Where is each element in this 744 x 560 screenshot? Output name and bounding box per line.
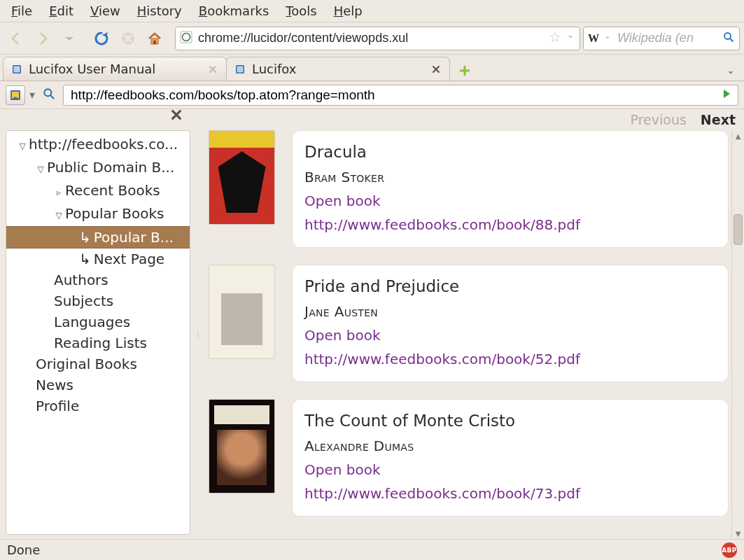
book-row: Pride and PrejudiceJane AustenOpen bookh… [209, 265, 729, 382]
open-book-link[interactable]: Open book [304, 189, 716, 213]
book-author: Alexandre Dumas [304, 434, 716, 458]
bookshelf-button[interactable] [6, 85, 25, 105]
opds-toolbar: ▾ [0, 81, 744, 109]
tab-label: Lucifox User Manual [29, 62, 155, 76]
catalog-tree: ▽http://feedbooks.co... ▽Public Domain B… [6, 130, 190, 535]
book-author: Bram Stoker [304, 165, 716, 189]
tree-profile[interactable]: Profile [6, 396, 190, 416]
search-catalog-icon[interactable] [39, 87, 59, 104]
search-engine-dropdown-icon[interactable] [603, 31, 612, 45]
tab-lucifox-manual[interactable]: Lucifox User Manual [3, 57, 227, 80]
search-bar[interactable]: W [583, 27, 740, 50]
bookshelf-dropdown-icon[interactable]: ▾ [29, 88, 35, 102]
tree-subjects[interactable]: Subjects [6, 290, 190, 312]
status-bar: Done ABP [0, 539, 744, 560]
book-cover[interactable] [209, 399, 275, 493]
book-row: The Count of Monte CristoAlexandre Dumas… [209, 399, 729, 517]
book-cover[interactable] [209, 130, 275, 225]
search-input[interactable] [616, 30, 718, 46]
tab-lucifox[interactable]: Lucifox [226, 57, 450, 80]
results-pane: DraculaBram StokerOpen bookhttp://www.fe… [200, 130, 744, 539]
adblock-icon[interactable]: ABP [722, 542, 737, 558]
book-url-link[interactable]: http://www.feedbooks.com/book/73.pdf [304, 482, 716, 505]
menu-help[interactable]: Help [327, 2, 370, 20]
close-tab-icon[interactable] [430, 63, 442, 76]
menu-history[interactable]: History [130, 2, 189, 20]
url-input[interactable] [197, 30, 545, 46]
stop-button[interactable] [116, 27, 140, 50]
feed-url-bar[interactable] [63, 85, 738, 106]
open-book-link[interactable]: Open book [304, 458, 716, 482]
book-author: Jane Austen [304, 300, 716, 323]
book-title: The Count of Monte Cristo [304, 409, 716, 433]
go-icon[interactable] [721, 88, 732, 102]
feed-url-input[interactable] [69, 87, 717, 104]
svg-rect-9 [237, 66, 244, 72]
splitter[interactable] [195, 130, 200, 539]
tree-news[interactable]: News [6, 374, 190, 396]
tree-root[interactable]: ▽http://feedbooks.co... [6, 134, 190, 157]
tree-recent-books[interactable]: ▹Recent Books [6, 180, 190, 203]
tree-public-domain[interactable]: ▽Public Domain B... [6, 157, 190, 180]
bookmark-star-icon[interactable] [549, 31, 561, 46]
pager-previous: Previous [631, 112, 687, 127]
close-tab-icon[interactable] [206, 63, 219, 76]
menu-edit[interactable]: Edit [42, 2, 80, 20]
scrollbar[interactable]: ▲ ▼ [731, 130, 744, 539]
tree-languages[interactable]: Languages [6, 312, 190, 332]
url-bar[interactable] [175, 27, 580, 50]
menu-file[interactable]: File [4, 2, 39, 20]
book-card: The Count of Monte CristoAlexandre Dumas… [292, 399, 729, 517]
tab-label: Lucifox [252, 62, 296, 76]
home-button[interactable] [143, 27, 167, 50]
book-row: DraculaBram StokerOpen bookhttp://www.fe… [209, 130, 729, 248]
tree-original-books[interactable]: Original Books [6, 354, 190, 374]
url-dropdown-icon[interactable] [566, 31, 575, 45]
search-engine-icon[interactable]: W [588, 32, 599, 45]
search-go-icon[interactable] [722, 31, 735, 46]
book-card: DraculaBram StokerOpen bookhttp://www.fe… [292, 130, 729, 248]
menu-tools[interactable]: Tools [279, 2, 323, 20]
menubar: File Edit View History Bookmarks Tools H… [0, 0, 744, 22]
status-text: Done [7, 542, 40, 557]
svg-rect-2 [154, 41, 156, 44]
pager: Previous Next [631, 112, 736, 127]
scroll-thumb[interactable] [734, 214, 743, 245]
scroll-up-icon[interactable]: ▲ [732, 130, 744, 141]
back-button[interactable] [4, 27, 28, 50]
book-title: Pride and Prejudice [304, 274, 716, 298]
reload-button[interactable] [90, 27, 113, 50]
close-sidebar-icon[interactable] [171, 109, 182, 123]
recent-pages-dropdown[interactable] [57, 27, 81, 50]
tree-authors[interactable]: Authors [6, 270, 190, 290]
svg-rect-7 [14, 66, 20, 72]
book-cover[interactable] [209, 265, 275, 359]
scroll-down-icon[interactable]: ▼ [732, 528, 744, 539]
book-title: Dracula [304, 140, 716, 164]
book-card: Pride and PrejudiceJane AustenOpen bookh… [292, 265, 729, 382]
tree-reading-lists[interactable]: Reading Lists [6, 332, 190, 354]
svg-rect-11 [460, 70, 470, 72]
tabs-overflow-dropdown[interactable] [720, 67, 741, 80]
site-identity-icon[interactable] [180, 31, 192, 46]
book-icon [10, 63, 23, 76]
navigation-toolbar: W [0, 22, 744, 55]
book-url-link[interactable]: http://www.feedbooks.com/book/88.pdf [304, 213, 716, 237]
book-icon [234, 63, 246, 76]
tab-strip: Lucifox User Manual Lucifox [0, 55, 744, 81]
tree-popular-books-page[interactable]: ↳Popular B... [6, 226, 190, 248]
book-url-link[interactable]: http://www.feedbooks.com/book/52.pdf [304, 347, 716, 371]
tree-popular-books[interactable]: ▽Popular Books [6, 203, 190, 226]
menu-view[interactable]: View [83, 2, 127, 20]
new-tab-button[interactable] [455, 61, 475, 80]
forward-button[interactable] [31, 27, 55, 50]
menu-bookmarks[interactable]: Bookmarks [192, 2, 276, 20]
main-content: ▽http://feedbooks.co... ▽Public Domain B… [0, 130, 744, 539]
tree-next-page[interactable]: ↳Next Page [6, 248, 190, 270]
pager-next[interactable]: Next [701, 112, 736, 127]
open-book-link[interactable]: Open book [304, 323, 716, 347]
